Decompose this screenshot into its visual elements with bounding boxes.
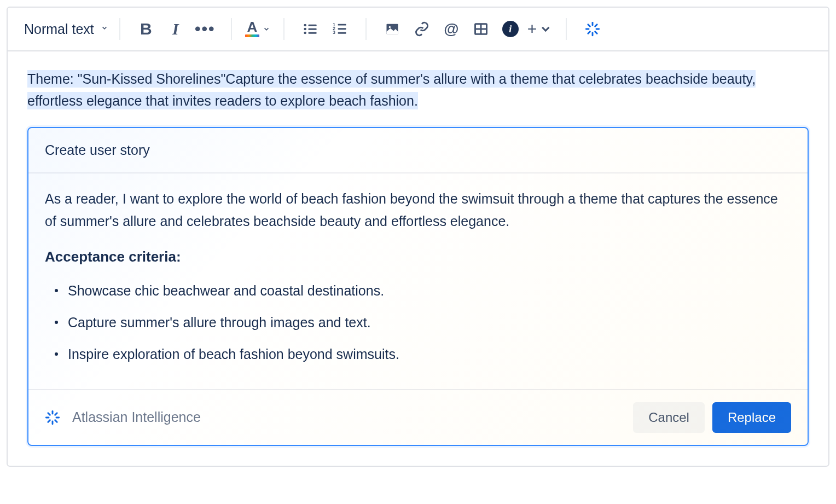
ai-panel-brand: Atlassian Intelligence <box>45 409 201 425</box>
table-button[interactable] <box>468 16 494 42</box>
svg-point-13 <box>388 26 391 28</box>
svg-point-0 <box>304 24 306 27</box>
text-style-label: Normal text <box>24 21 94 37</box>
table-icon <box>473 21 489 37</box>
insert-more-button[interactable]: + <box>527 16 553 42</box>
criteria-item: Inspire exploration of beach fashion bey… <box>68 343 791 365</box>
insert-group: @ i + <box>372 16 560 42</box>
ai-panel-title: Create user story <box>28 128 808 173</box>
formatting-group: B I ••• <box>126 16 225 42</box>
svg-line-21 <box>588 25 590 27</box>
ai-panel: Create user story As a reader, I want to… <box>27 127 809 446</box>
criteria-item: Showcase chic beachwear and coastal dest… <box>68 280 791 302</box>
mention-button[interactable]: @ <box>439 16 464 42</box>
toolbar-divider <box>231 18 232 40</box>
bullet-list-icon <box>303 21 318 37</box>
ai-panel-actions: Cancel Replace <box>633 402 791 433</box>
svg-text:3: 3 <box>333 30 335 35</box>
svg-line-29 <box>48 413 50 415</box>
info-panel-button[interactable]: i <box>498 16 523 42</box>
svg-rect-3 <box>308 28 316 30</box>
svg-line-22 <box>595 32 597 34</box>
svg-line-32 <box>55 413 57 415</box>
image-button[interactable] <box>380 16 405 42</box>
svg-line-31 <box>48 420 50 422</box>
link-button[interactable] <box>409 16 434 42</box>
toolbar-divider <box>365 18 367 40</box>
svg-rect-5 <box>308 32 316 34</box>
svg-line-24 <box>595 25 597 27</box>
editor-toolbar: Normal text B I ••• A <box>8 8 828 51</box>
svg-rect-11 <box>338 32 346 34</box>
criteria-item: Capture summer's allure through images a… <box>68 311 791 333</box>
ai-group <box>572 16 613 42</box>
replace-button[interactable]: Replace <box>712 402 791 433</box>
numbered-list-icon: 1 2 3 <box>332 21 347 37</box>
italic-button[interactable]: I <box>163 16 188 42</box>
svg-line-30 <box>55 420 57 422</box>
text-color-icon: A <box>245 21 259 37</box>
ai-brand-label: Atlassian Intelligence <box>72 409 201 425</box>
color-group: A <box>237 16 278 42</box>
acceptance-criteria-list: Showcase chic beachwear and coastal dest… <box>45 280 791 365</box>
selected-text[interactable]: Theme: "Sun-Kissed Shorelines"Capture th… <box>27 68 809 112</box>
editor-content[interactable]: Theme: "Sun-Kissed Shorelines"Capture th… <box>8 51 828 466</box>
svg-point-4 <box>304 32 306 34</box>
sparkle-icon <box>585 21 600 37</box>
toolbar-divider <box>283 18 285 40</box>
text-color-button[interactable]: A <box>245 16 270 42</box>
link-icon <box>414 21 429 37</box>
editor-container: Normal text B I ••• A <box>7 7 829 467</box>
selected-text-content: Theme: "Sun-Kissed Shorelines"Capture th… <box>27 70 756 109</box>
numbered-list-button[interactable]: 1 2 3 <box>327 16 352 42</box>
lists-group: 1 2 3 <box>290 16 360 42</box>
cancel-button[interactable]: Cancel <box>633 402 705 433</box>
bullet-list-button[interactable] <box>298 16 323 42</box>
ai-panel-footer: Atlassian Intelligence Cancel Replace <box>28 389 808 445</box>
more-formatting-button[interactable]: ••• <box>193 16 218 42</box>
image-icon <box>385 21 400 37</box>
bold-button[interactable]: B <box>133 16 159 42</box>
svg-rect-7 <box>338 24 346 26</box>
ai-panel-body: As a reader, I want to explore the world… <box>28 173 808 389</box>
chevron-down-icon <box>539 21 552 37</box>
chevron-down-icon <box>101 24 108 32</box>
toolbar-divider <box>119 18 120 40</box>
info-icon: i <box>502 21 519 37</box>
toolbar-divider <box>566 18 567 40</box>
sparkle-icon <box>45 410 60 425</box>
chevron-down-icon <box>263 21 270 37</box>
plus-icon: + <box>527 21 537 37</box>
atlassian-intelligence-button[interactable] <box>580 16 605 42</box>
ai-user-story: As a reader, I want to explore the world… <box>45 188 791 233</box>
text-style-dropdown[interactable]: Normal text <box>19 17 114 42</box>
svg-point-2 <box>304 28 306 31</box>
svg-rect-9 <box>338 28 346 30</box>
acceptance-criteria-heading: Acceptance criteria: <box>45 248 791 265</box>
svg-rect-1 <box>308 25 316 26</box>
svg-line-23 <box>588 32 590 34</box>
